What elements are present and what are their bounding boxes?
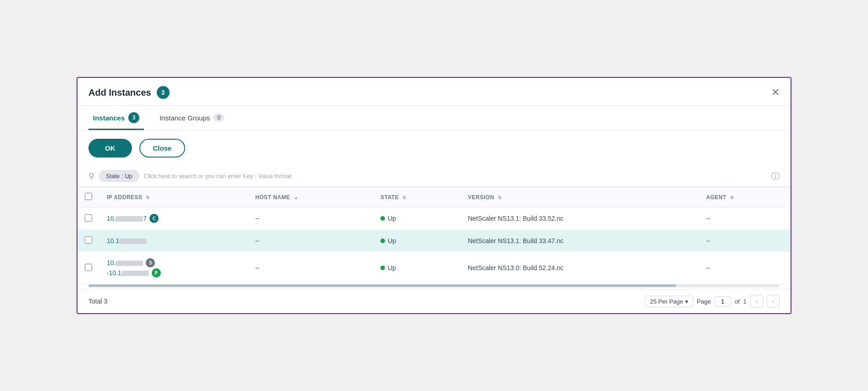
page-input[interactable] [714, 296, 731, 307]
th-version[interactable]: VERSION ⇅ [461, 187, 699, 207]
select-all-checkbox[interactable] [85, 193, 92, 200]
row1-state-wrap: Up [380, 215, 453, 222]
row2-state-wrap: Up [380, 237, 453, 244]
ok-button[interactable]: OK [88, 139, 132, 157]
sort-icon-hostname: ▲ [294, 195, 298, 200]
row2-agent: -- [706, 237, 710, 244]
row2-agent-cell: -- [699, 230, 791, 252]
row2-hostname-cell: -- [248, 230, 373, 252]
row3-ip-row2: -10.1 P [107, 268, 241, 277]
row1-ip-row: 10.7 C [107, 214, 241, 223]
th-select [77, 187, 99, 207]
total-pages: 1 [743, 298, 747, 305]
horizontal-scrollbar[interactable] [88, 284, 780, 287]
row3-ip-cell: 10. S -10.1 P [99, 252, 248, 284]
row3-state-wrap: Up [380, 264, 453, 272]
row1-state-dot [380, 216, 385, 221]
th-host-name[interactable]: HOST NAME ▲ [248, 187, 373, 207]
row2-ip-cell: 10.1 [99, 230, 248, 252]
next-page-button[interactable]: › [767, 295, 780, 308]
th-ip-address[interactable]: IP ADDRESS ⇅ [99, 187, 248, 207]
th-state[interactable]: STATE ⇅ [373, 187, 461, 207]
per-page-label: 25 Per Page [650, 298, 683, 305]
of-label: of [735, 298, 740, 305]
row1-state-cell: Up [373, 207, 461, 230]
row2-checkbox[interactable] [85, 236, 92, 244]
row1-hostname-cell: -- [248, 207, 373, 230]
row3-hostname-cell: -- [248, 252, 373, 284]
row1-ip-text: 10.7 [107, 215, 147, 222]
table-container: IP ADDRESS ⇅ HOST NAME ▲ STATE ⇅ VERSION… [77, 187, 791, 284]
modal-header: Add Instances 3 ✕ [77, 78, 791, 106]
row1-ip-wrap: 10.7 C [107, 214, 241, 223]
row1-hostname: -- [255, 215, 259, 222]
tab-instances[interactable]: Instances 3 [88, 106, 144, 130]
modal-close-button[interactable]: ✕ [771, 87, 780, 98]
row3-ip-row1: 10. S [107, 258, 241, 267]
modal-title-text: Add Instances [88, 87, 151, 98]
tabs-row: Instances 3 Instance Groups 0 [77, 106, 791, 130]
row1-ip-badge: C [149, 214, 159, 223]
row2-ip-wrap: 10.1 [107, 237, 241, 244]
row3-state-text: Up [388, 264, 396, 272]
row3-ip-badge-p: P [152, 268, 161, 277]
row3-agent-cell: -- [699, 252, 791, 284]
total-label: Total 3 [88, 298, 107, 305]
scrollbar-thumb[interactable] [88, 284, 676, 287]
row2-state-text: Up [388, 237, 396, 244]
row1-ip-cell: 10.7 C [99, 207, 248, 230]
row2-version-cell: NetScaler NS13.1: Build 33.47.nc [461, 230, 699, 252]
row3-version: NetScaler NS13.0: Build 52.24.nc [468, 264, 564, 272]
sort-icon-state: ⇅ [402, 195, 406, 200]
row2-state-cell: Up [373, 230, 461, 252]
tab-instance-groups-label: Instance Groups [159, 114, 210, 122]
instances-table: IP ADDRESS ⇅ HOST NAME ▲ STATE ⇅ VERSION… [77, 187, 791, 284]
sort-icon-agent: ⇅ [730, 195, 734, 200]
row3-hostname: -- [255, 264, 259, 272]
row2-ip-text: 10.1 [107, 237, 147, 244]
th-agent[interactable]: AGENT ⇅ [699, 187, 791, 207]
modal-container: Add Instances 3 ✕ Instances 3 Instance G… [77, 77, 791, 314]
row2-hostname: -- [255, 237, 259, 244]
table-row: 10. S -10.1 P -- [77, 252, 791, 284]
row3-state-cell: Up [373, 252, 461, 284]
row1-agent-cell: -- [699, 207, 791, 230]
row1-state-text: Up [388, 215, 396, 222]
table-row: 10.1 -- Up NetScaler NS13.1 [77, 230, 791, 252]
filter-chip[interactable]: State : Up [99, 170, 139, 182]
per-page-chevron: ▾ [685, 298, 688, 305]
row3-ip-text2: -10.1 [107, 269, 149, 277]
tab-instances-label: Instances [93, 114, 125, 122]
close-button[interactable]: Close [139, 139, 186, 157]
row3-ip-badge-s: S [146, 258, 155, 267]
row1-version: NetScaler NS13.1: Build 33.52.nc [468, 215, 564, 222]
row3-ip-text1: 10. [107, 259, 143, 266]
pagination-wrap: 25 Per Page ▾ Page of 1 ‹ › [645, 295, 780, 308]
row2-select-cell [77, 230, 99, 252]
row2-state-dot [380, 239, 385, 243]
tab-instance-groups[interactable]: Instance Groups 0 [155, 106, 229, 130]
row3-state-dot [380, 266, 385, 270]
tab-instances-badge: 3 [128, 112, 139, 123]
per-page-select[interactable]: 25 Per Page ▾ [645, 296, 693, 307]
row1-agent: -- [706, 215, 710, 222]
row3-checkbox[interactable] [85, 264, 92, 271]
table-footer: Total 3 25 Per Page ▾ Page of 1 ‹ › [77, 289, 791, 313]
row3-version-cell: NetScaler NS13.0: Build 52.24.nc [461, 252, 699, 284]
prev-page-button[interactable]: ‹ [750, 295, 763, 308]
row2-version: NetScaler NS13.1: Build 33.47.nc [468, 237, 564, 244]
actions-row: OK Close [77, 130, 791, 166]
row1-checkbox[interactable] [85, 214, 92, 222]
sort-icon-version: ⇅ [498, 195, 501, 200]
row2-ip-row: 10.1 [107, 237, 241, 244]
search-row: ⚲ State : Up Click here to search or you… [77, 166, 791, 187]
modal-title: Add Instances 3 [88, 86, 170, 99]
sort-icon-ip: ⇅ [146, 195, 149, 200]
row1-version-cell: NetScaler NS13.1: Build 33.52.nc [461, 207, 699, 230]
row3-agent: -- [706, 264, 710, 272]
row3-select-cell [77, 252, 99, 284]
search-placeholder[interactable]: Click here to search or you can enter Ke… [144, 173, 767, 179]
search-icon: ⚲ [88, 171, 94, 181]
table-header-row: IP ADDRESS ⇅ HOST NAME ▲ STATE ⇅ VERSION… [77, 187, 791, 207]
info-icon: ⓘ [771, 171, 780, 182]
